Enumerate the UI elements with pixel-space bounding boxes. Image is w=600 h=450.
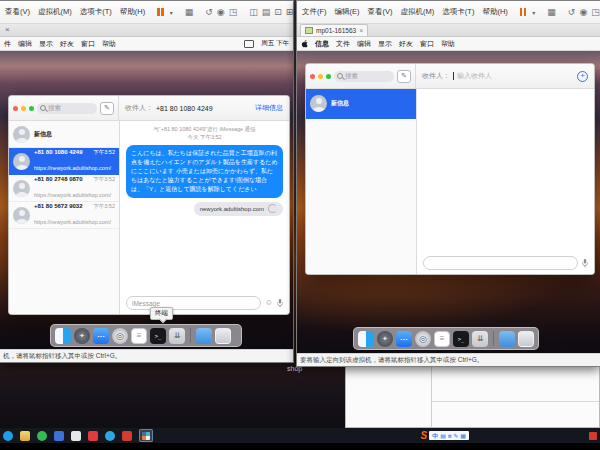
downloads-folder-dock-icon[interactable] (499, 331, 515, 347)
tray-red-icon[interactable] (589, 432, 597, 440)
textedit-dock-icon[interactable] (434, 331, 450, 347)
add-contact-button[interactable]: + (577, 71, 588, 82)
message-input[interactable] (423, 256, 578, 270)
pause-dropdown-caret[interactable]: ▾ (532, 9, 535, 16)
revert-snapshot-icon[interactable]: ↺ (205, 8, 213, 17)
send-ctrl-alt-del-icon[interactable]: ▦ (547, 8, 556, 17)
menu-edit[interactable]: 编辑(E) (333, 5, 362, 19)
conversation-row[interactable]: +81 80 5672 9032 下午3:52 https://newyork.… (9, 202, 119, 229)
details-link[interactable]: 详细信息 (255, 103, 283, 113)
menu-vm[interactable]: 虚拟机(M) (36, 5, 74, 19)
snapshot-manager-icon[interactable]: ◳ (591, 8, 600, 17)
terminal-dock-icon[interactable] (150, 328, 166, 344)
compose-button[interactable]: ✎ (397, 70, 411, 83)
input-method-icon[interactable] (244, 40, 254, 48)
conversation-row-new[interactable]: 新信息 (9, 121, 119, 148)
mac-menu-view[interactable]: 显示 (378, 39, 392, 49)
show-library-icon[interactable]: ◫ (249, 8, 258, 17)
snapshot-manager-icon[interactable]: ◳ (229, 8, 238, 17)
menu-help[interactable]: 帮助(H) (118, 5, 147, 19)
apple-menu-icon[interactable] (301, 40, 308, 48)
minimize-traffic-light[interactable] (318, 74, 323, 79)
compose-button[interactable]: ✎ (100, 102, 114, 115)
search-input[interactable]: 搜索 (37, 103, 97, 114)
mac-menu-help[interactable]: 帮助 (441, 39, 455, 49)
launchpad-dock-icon[interactable] (377, 331, 393, 347)
background-window-right[interactable] (431, 362, 600, 428)
conversation-row-new[interactable]: 新信息 (306, 89, 416, 119)
menu-vm[interactable]: 虚拟机(M) (399, 5, 437, 19)
installer-dock-icon[interactable] (169, 328, 185, 344)
downloads-folder-dock-icon[interactable] (196, 328, 212, 344)
close-traffic-light[interactable] (310, 74, 315, 79)
send-ctrl-alt-del-icon[interactable]: ▦ (185, 8, 194, 17)
taskbar-app-red-icon[interactable] (88, 431, 98, 441)
textedit-dock-icon[interactable] (131, 328, 147, 344)
taskbar-app-red2-icon[interactable] (122, 431, 132, 441)
close-traffic-light[interactable] (13, 106, 18, 111)
take-snapshot-icon[interactable]: ◉ (217, 8, 225, 17)
system-preferences-dock-icon[interactable] (415, 331, 431, 347)
conversation-row[interactable]: +81 80 1080 4249 下午3:52 https://newyork.… (9, 148, 119, 175)
thumbnail-bar-icon[interactable]: ▤ (262, 8, 271, 17)
messages-dock-icon[interactable] (93, 328, 109, 344)
minimize-traffic-light[interactable] (21, 106, 26, 111)
background-window-left[interactable] (345, 362, 432, 428)
terminal-dock-icon[interactable] (453, 331, 469, 347)
file-explorer-icon[interactable] (20, 431, 30, 441)
mac-menu-file-partial[interactable]: 件 (4, 39, 11, 49)
menu-view[interactable]: 查看(V) (3, 5, 32, 19)
trash-dock-icon[interactable] (518, 331, 534, 347)
conversation-row[interactable]: +81 80 2748 0870 下午3:52 https://newyork.… (9, 175, 119, 202)
vmware-taskbar-icon-active[interactable] (139, 429, 153, 442)
pause-button[interactable] (518, 7, 529, 17)
mac-menu-buddies[interactable]: 好友 (399, 39, 413, 49)
taskbar-app-blue-icon[interactable] (54, 431, 64, 441)
link-preview-bubble[interactable]: newyork.adultishop.com (194, 202, 283, 216)
menu-help[interactable]: 帮助(H) (480, 5, 509, 19)
vm-tab-active[interactable]: mp01-161563 × (300, 24, 368, 36)
menubar-clock[interactable]: 周五 下午 (261, 39, 289, 48)
mac-menu-buddies[interactable]: 好友 (60, 39, 74, 49)
trash-dock-icon[interactable] (215, 328, 231, 344)
menu-tabs[interactable]: 选项卡(T) (440, 5, 476, 19)
emoji-picker-icon[interactable]: ☺ (265, 299, 273, 307)
tab-close-icon[interactable]: × (3, 26, 12, 34)
mac-menu-window[interactable]: 窗口 (81, 39, 95, 49)
mac-menu-edit[interactable]: 编辑 (357, 39, 371, 49)
to-placeholder[interactable]: 输入收件人 (457, 71, 492, 81)
sogou-input-icon[interactable]: S (421, 430, 428, 441)
unity-icon[interactable]: ⊞ (286, 8, 293, 17)
mac-menu-window[interactable]: 窗口 (420, 39, 434, 49)
installer-dock-icon[interactable] (472, 331, 488, 347)
microphone-icon[interactable] (277, 299, 283, 308)
mac-menu-view[interactable]: 显示 (39, 39, 53, 49)
message-input[interactable]: iMessage (126, 296, 261, 310)
browser-icon[interactable] (105, 431, 115, 441)
taskbar-app-light-icon[interactable] (71, 431, 81, 441)
mac-menu-app[interactable]: 信息 (315, 39, 329, 49)
pause-dropdown-caret[interactable]: ▾ (170, 9, 173, 16)
to-value[interactable]: +81 80 1080 4249 (156, 105, 213, 112)
launchpad-dock-icon[interactable] (74, 328, 90, 344)
finder-dock-icon[interactable] (55, 328, 71, 344)
menu-tabs[interactable]: 选项卡(T) (78, 5, 114, 19)
mac-menu-file[interactable]: 文件 (336, 39, 350, 49)
search-input[interactable]: 搜索 (334, 71, 394, 82)
take-snapshot-icon[interactable]: ◉ (579, 8, 587, 17)
zoom-traffic-light[interactable] (326, 74, 331, 79)
ime-toolbar[interactable]: 中 ▤ ⌗ ✎ ▦ (429, 431, 469, 440)
microphone-icon[interactable] (582, 259, 588, 268)
taskbar-app-green-icon[interactable] (37, 431, 47, 441)
finder-dock-icon[interactable] (358, 331, 374, 347)
menu-view[interactable]: 查看(V) (366, 5, 395, 19)
revert-snapshot-icon[interactable]: ↺ (568, 8, 576, 17)
fullscreen-icon[interactable]: ⊡ (274, 8, 282, 17)
messages-dock-icon[interactable] (396, 331, 412, 347)
zoom-traffic-light[interactable] (29, 106, 34, 111)
pause-button[interactable] (155, 7, 166, 17)
mac-menu-help[interactable]: 帮助 (102, 39, 116, 49)
mac-menu-edit[interactable]: 编辑 (18, 39, 32, 49)
tab-close-icon[interactable]: × (359, 27, 363, 34)
menu-file[interactable]: 文件(F) (300, 5, 329, 19)
